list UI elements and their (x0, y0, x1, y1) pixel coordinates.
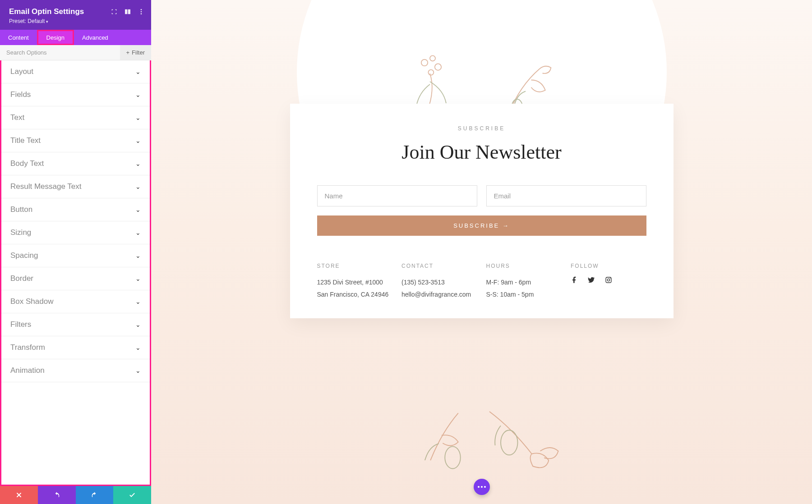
chevron-down-icon: ⌄ (135, 252, 141, 259)
search-row: +Filter (0, 45, 151, 60)
chevron-down-icon: ⌄ (135, 114, 141, 121)
settings-panel: Email Optin Settings Preset: Default Con… (0, 0, 151, 504)
facebook-icon[interactable] (571, 276, 578, 284)
chevron-down-icon: ⌄ (135, 344, 141, 351)
svg-point-8 (445, 446, 460, 468)
svg-point-12 (610, 278, 611, 279)
columns-icon[interactable] (124, 8, 131, 15)
more-icon (478, 486, 486, 488)
svg-point-2 (141, 13, 142, 14)
section-layout[interactable]: Layout⌄ (1, 60, 150, 83)
chevron-down-icon: ⌄ (135, 160, 141, 167)
section-filters[interactable]: Filters⌄ (1, 313, 150, 336)
svg-point-1 (141, 11, 142, 13)
search-input[interactable] (0, 45, 120, 60)
chevron-down-icon: ⌄ (135, 229, 141, 236)
footer-info: STORE 1235 Divi Street, #1000 San Franci… (317, 263, 646, 300)
section-border[interactable]: Border⌄ (1, 267, 150, 290)
section-transform[interactable]: Transform⌄ (1, 336, 150, 359)
section-sizing[interactable]: Sizing⌄ (1, 221, 150, 244)
expand-icon[interactable] (111, 8, 118, 15)
svg-point-11 (607, 279, 609, 281)
svg-point-3 (421, 60, 428, 66)
chevron-down-icon: ⌄ (135, 91, 141, 98)
footer-contact: CONTACT (135) 523-3513 hello@divifragran… (401, 263, 477, 300)
section-fields[interactable]: Fields⌄ (1, 83, 150, 106)
footer-store: STORE 1235 Divi Street, #1000 San Franci… (317, 263, 393, 300)
preset-selector[interactable]: Preset: Default (9, 18, 142, 24)
chevron-down-icon: ⌄ (135, 367, 141, 374)
section-result-message[interactable]: Result Message Text⌄ (1, 175, 150, 198)
footer-hours: HOURS M-F: 9am - 6pm S-S: 10am - 5pm (486, 263, 562, 300)
redo-button[interactable] (76, 486, 114, 504)
floral-decoration (408, 405, 480, 477)
subscribe-label: SUBSCRIBE (317, 125, 646, 132)
chevron-down-icon: ⌄ (135, 68, 141, 75)
section-animation[interactable]: Animation⌄ (1, 359, 150, 382)
svg-point-5 (435, 64, 441, 70)
section-body-text[interactable]: Body Text⌄ (1, 152, 150, 175)
chevron-down-icon: ⌄ (135, 206, 141, 213)
svg-point-0 (141, 9, 142, 10)
footer-follow: FOLLOW (571, 263, 646, 300)
chevron-down-icon: ⌄ (135, 183, 141, 190)
email-field[interactable] (486, 185, 646, 206)
chevron-down-icon: ⌄ (135, 298, 141, 305)
section-box-shadow[interactable]: Box Shadow⌄ (1, 290, 150, 313)
svg-point-6 (428, 70, 434, 75)
preview-canvas: SUBSCRIBE Join Our Newsletter SUBSCRIBE … (151, 0, 812, 504)
cancel-button[interactable] (0, 486, 38, 504)
chevron-down-icon: ⌄ (135, 137, 141, 144)
tab-content[interactable]: Content (0, 30, 37, 45)
fab-button[interactable] (474, 479, 490, 495)
section-spacing[interactable]: Spacing⌄ (1, 244, 150, 267)
name-field[interactable] (317, 185, 477, 206)
chevron-down-icon: ⌄ (135, 321, 141, 328)
more-icon[interactable] (138, 8, 145, 15)
tab-design[interactable]: Design (37, 30, 74, 45)
chevron-down-icon: ⌄ (135, 275, 141, 282)
save-button[interactable] (113, 486, 151, 504)
section-title-text[interactable]: Title Text⌄ (1, 129, 150, 152)
newsletter-title: Join Our Newsletter (317, 141, 646, 164)
section-button[interactable]: Button⌄ (1, 198, 150, 221)
twitter-icon[interactable] (588, 276, 595, 284)
undo-button[interactable] (38, 486, 76, 504)
tab-advanced[interactable]: Advanced (74, 30, 116, 45)
floral-decoration (478, 400, 568, 481)
panel-footer (0, 486, 151, 504)
filter-button[interactable]: +Filter (120, 45, 151, 60)
instagram-icon[interactable] (605, 276, 612, 284)
section-text[interactable]: Text⌄ (1, 106, 150, 129)
panel-header: Email Optin Settings Preset: Default (0, 0, 151, 30)
tabs: Content Design Advanced (0, 30, 151, 45)
subscribe-button[interactable]: SUBSCRIBE → (317, 215, 646, 236)
accordion-list: Layout⌄ Fields⌄ Text⌄ Title Text⌄ Body T… (0, 60, 151, 486)
svg-point-4 (430, 55, 435, 61)
svg-point-9 (501, 430, 518, 455)
newsletter-card: SUBSCRIBE Join Our Newsletter SUBSCRIBE … (290, 104, 674, 318)
